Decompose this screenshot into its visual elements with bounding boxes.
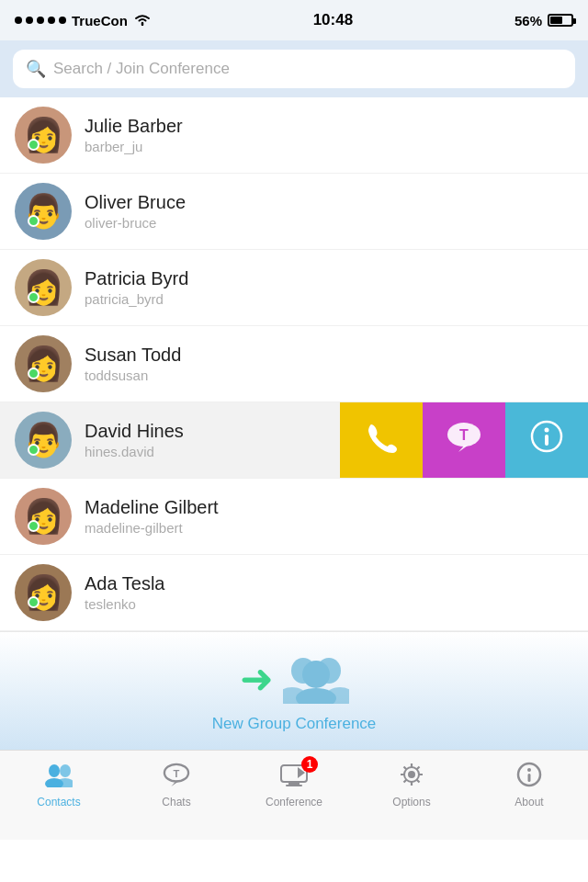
svg-text:T: T <box>459 427 469 443</box>
search-icon: 🔍 <box>26 59 46 79</box>
svg-point-13 <box>60 764 71 777</box>
action-chat-button[interactable]: T <box>423 402 505 478</box>
status-time: 10:48 <box>313 11 353 29</box>
online-dot <box>28 215 40 227</box>
avatar-wrap: 👩 <box>15 564 72 621</box>
tab-icon-wrap: T <box>163 762 190 792</box>
carrier-label: TrueCon <box>72 13 128 28</box>
contact-info: Oliver Bruce oliver-bruce <box>85 192 573 231</box>
tab-contacts-icon <box>45 764 73 793</box>
avatar-wrap: 👩 <box>15 107 72 164</box>
avatar-wrap: 👩 <box>15 335 72 392</box>
contact-item-2[interactable]: 👨 Oliver Bruce oliver-bruce <box>0 174 588 250</box>
contact-item-5[interactable]: 👨 David Hines hines.david T <box>0 402 588 479</box>
tab-conference-label: Conference <box>266 796 322 808</box>
status-left: TrueCon <box>15 12 152 28</box>
avatar: 👩 <box>15 259 72 316</box>
new-group-icon-wrap: ➜ <box>240 650 349 707</box>
contact-name: Julie Barber <box>85 116 573 137</box>
contact-name: Madeline Gilbert <box>85 497 573 518</box>
avatar-wrap: 👨 <box>15 183 72 240</box>
contact-name: Patricia Byrd <box>85 268 573 289</box>
status-right: 56% <box>514 13 573 28</box>
info-icon <box>530 420 563 460</box>
contact-info: Julie Barber barber_ju <box>85 116 573 154</box>
swipe-actions: T <box>340 402 588 478</box>
signal-dots <box>15 17 66 24</box>
svg-rect-27 <box>528 774 531 782</box>
new-group-label: New Group Conference <box>212 715 377 733</box>
contact-username: madeline-gilbert <box>85 520 573 536</box>
avatar-wrap: 👨 <box>15 412 72 469</box>
svg-rect-21 <box>286 785 302 786</box>
avatar-wrap: 👩 <box>15 259 72 316</box>
contact-info: Patricia Byrd patricia_byrd <box>85 268 573 307</box>
svg-point-12 <box>49 764 60 777</box>
battery-percent: 56% <box>514 13 542 28</box>
status-bar: TrueCon 10:48 56% <box>0 0 588 40</box>
contact-name: Ada Tesla <box>85 573 573 594</box>
avatar: 👩 <box>15 107 72 164</box>
tab-bar: Contacts T Chats 1 Conference <box>0 750 588 840</box>
tab-icon-wrap: 1 <box>279 762 309 792</box>
tab-item-options[interactable]: Options <box>353 758 470 808</box>
avatar: 👩 <box>15 335 72 392</box>
online-dot <box>28 368 40 379</box>
avatar-wrap: 👩 <box>15 488 72 545</box>
action-call-button[interactable] <box>340 402 423 478</box>
tab-icon-wrap <box>399 762 424 792</box>
contact-item-1[interactable]: 👩 Julie Barber barber_ju <box>0 97 588 174</box>
contact-info: Susan Todd toddsusan <box>85 345 573 383</box>
call-icon <box>364 419 399 461</box>
svg-marker-2 <box>458 446 468 452</box>
tab-chats-icon: T <box>163 764 190 793</box>
online-dot <box>28 444 40 456</box>
battery-icon <box>548 14 573 27</box>
tab-icon-wrap <box>45 762 73 792</box>
contact-username: teslenko <box>85 596 573 612</box>
new-group-section[interactable]: ➜ New Group Conference <box>0 631 588 750</box>
online-dot <box>28 139 40 151</box>
svg-rect-20 <box>288 782 300 785</box>
group-icon <box>283 650 349 707</box>
online-dot <box>28 596 40 608</box>
tab-chats-label: Chats <box>162 796 190 808</box>
chat-icon: T <box>445 419 483 461</box>
svg-point-26 <box>527 768 531 772</box>
tab-options-label: Options <box>392 796 430 808</box>
tab-item-about[interactable]: About <box>470 758 588 808</box>
avatar: 👨 <box>15 412 72 469</box>
tab-about-icon <box>516 764 542 793</box>
contact-username: oliver-bruce <box>85 215 573 231</box>
contact-item-7[interactable]: 👩 Ada Tesla teslenko <box>0 555 588 631</box>
svg-point-8 <box>302 661 330 688</box>
contact-username: toddsusan <box>85 368 573 383</box>
online-dot <box>28 520 40 532</box>
tab-item-contacts[interactable]: Contacts <box>0 758 118 808</box>
contact-username: patricia_byrd <box>85 291 573 307</box>
contact-item-3[interactable]: 👩 Patricia Byrd patricia_byrd <box>0 250 588 326</box>
avatar: 👩 <box>15 488 72 545</box>
search-bar: 🔍 Search / Join Conference <box>0 40 588 97</box>
contact-item-4[interactable]: 👩 Susan Todd toddsusan <box>0 326 588 402</box>
tab-item-chats[interactable]: T Chats <box>118 758 235 808</box>
tab-item-conference[interactable]: 1 Conference <box>235 758 353 808</box>
online-dot <box>28 291 40 303</box>
search-input-wrap[interactable]: 🔍 Search / Join Conference <box>13 50 575 88</box>
wifi-icon <box>133 12 152 28</box>
contact-item-6[interactable]: 👩 Madeline Gilbert madeline-gilbert <box>0 479 588 555</box>
search-placeholder: Search / Join Conference <box>53 60 230 78</box>
action-info-button[interactable] <box>505 402 588 478</box>
tab-contacts-label: Contacts <box>37 796 80 808</box>
svg-text:T: T <box>174 768 180 779</box>
contact-name: Susan Todd <box>85 345 573 366</box>
avatar: 👨 <box>15 183 72 240</box>
svg-point-4 <box>545 428 549 433</box>
contact-info: Madeline Gilbert madeline-gilbert <box>85 497 573 536</box>
contact-info: Ada Tesla teslenko <box>85 573 573 612</box>
svg-point-23 <box>408 771 415 778</box>
contact-name: Oliver Bruce <box>85 192 573 213</box>
avatar: 👩 <box>15 564 72 621</box>
tab-options-icon <box>399 764 424 793</box>
contact-list: 👩 Julie Barber barber_ju 👨 Oliver Bruce … <box>0 97 588 631</box>
